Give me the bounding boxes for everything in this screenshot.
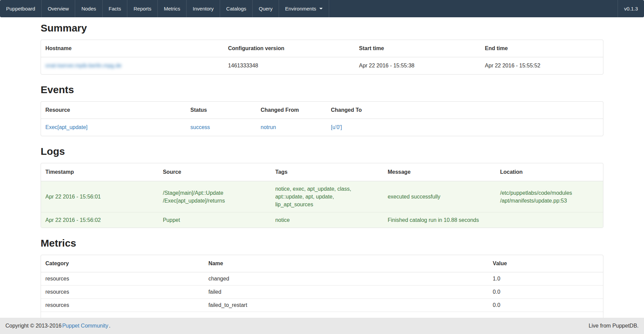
version-badge: v0.1.3 [618, 0, 644, 17]
config-version-value: 1461333348 [224, 57, 355, 75]
metrics-col-category: Category [41, 255, 204, 272]
event-changed-from-link[interactable]: notrun [261, 124, 276, 130]
event-row: Exec[apt_update] success notrun [u'0'] [41, 119, 603, 136]
metric-value: 0.0 [488, 299, 603, 312]
log-source-line: /Exec[apt_update]/returns [163, 197, 266, 205]
logs-col-tags: Tags [271, 163, 383, 181]
metric-category: resources [41, 286, 204, 299]
log-message: Finished catalog run in 10.88 seconds [383, 212, 496, 228]
nav-dropdown-environments[interactable]: Environments [279, 0, 329, 17]
summary-header-row: Hostname Configuration version Start tim… [41, 40, 603, 57]
events-table: Resource Status Changed From Changed To … [41, 101, 603, 136]
metric-row: resources failed_to_restart 0.0 [41, 299, 603, 312]
summary-col-start-time: Start time [355, 40, 480, 57]
log-timestamp: Apr 22 2016 - 15:56:01 [41, 181, 158, 212]
log-message: executed successfully [383, 181, 496, 212]
metric-name: failed_to_restart [204, 299, 488, 312]
events-header-row: Resource Status Changed From Changed To [41, 102, 603, 119]
footer-live-from-puppetdb: Live from PuppetDB. [588, 323, 639, 329]
summary-col-config-version: Configuration version [224, 40, 355, 57]
metrics-col-name: Name [204, 255, 488, 272]
caret-down-icon [319, 8, 323, 9]
navbar-left: Puppetboard Overview Nodes Facts Reports… [0, 0, 329, 17]
nav-item-overview[interactable]: Overview [41, 0, 75, 17]
end-time-value: Apr 22 2016 - 15:55:52 [480, 57, 603, 75]
metric-name: failed [204, 286, 488, 299]
hostname-link[interactable]: xnat-tserver.mpib-berlin.mpg.de [45, 63, 122, 68]
page-footer: Copyright © 2013-2016Puppet Community. L… [0, 318, 644, 334]
log-location-line: /etc/puppetlabs/code/modules [500, 189, 599, 197]
log-timestamp: Apr 22 2016 - 15:56:02 [41, 212, 158, 228]
summary-heading: Summary [41, 22, 603, 34]
metrics-table: Category Name Value resources changed 1.… [41, 255, 603, 326]
event-resource-link[interactable]: Exec[apt_update] [45, 124, 88, 130]
nav-item-catalogs[interactable]: Catalogs [220, 0, 252, 17]
nav-item-query[interactable]: Query [252, 0, 279, 17]
log-tags: notice, exec, apt_update, class, apt::up… [271, 181, 383, 212]
logs-col-message: Message [383, 163, 496, 181]
summary-table: Hostname Configuration version Start tim… [41, 40, 603, 75]
log-source-line: /Stage[main]/Apt::Update [163, 189, 266, 197]
logs-col-source: Source [158, 163, 271, 181]
metrics-col-value: Value [488, 255, 603, 272]
log-location-line: /apt/manifests/update.pp:53 [500, 197, 599, 205]
log-location [496, 212, 603, 228]
summary-col-hostname: Hostname [41, 40, 224, 57]
nav-item-nodes[interactable]: Nodes [75, 0, 102, 17]
copyright-text: Copyright © 2013-2016 [5, 323, 62, 329]
start-time-value: Apr 22 2016 - 15:55:38 [355, 57, 480, 75]
nav-item-facts[interactable]: Facts [102, 0, 127, 17]
events-col-changed-from: Changed From [256, 102, 327, 119]
metric-category: resources [41, 272, 204, 286]
metric-value: 1.0 [488, 272, 603, 286]
main-content: Summary Hostname Configuration version S… [41, 22, 603, 326]
metrics-header-row: Category Name Value [41, 255, 603, 272]
summary-col-end-time: End time [480, 40, 603, 57]
summary-row: xnat-tserver.mpib-berlin.mpg.de 14613333… [41, 57, 603, 75]
navbar-spacer [329, 0, 618, 17]
nav-item-metrics[interactable]: Metrics [157, 0, 186, 17]
environments-label: Environments [285, 6, 316, 12]
metric-value: 0.0 [488, 286, 603, 299]
log-row: Apr 22 2016 - 15:56:02 Puppet notice Fin… [41, 212, 603, 228]
metric-row: resources changed 1.0 [41, 272, 603, 286]
puppet-community-link[interactable]: Puppet Community [62, 323, 108, 329]
logs-table: Timestamp Source Tags Message Location A… [41, 163, 603, 228]
events-heading: Events [41, 84, 603, 96]
metric-row: resources failed 0.0 [41, 286, 603, 299]
logs-header-row: Timestamp Source Tags Message Location [41, 163, 603, 181]
log-source: /Stage[main]/Apt::Update /Exec[apt_updat… [158, 181, 271, 212]
logs-heading: Logs [41, 146, 603, 157]
events-col-status: Status [186, 102, 256, 119]
copyright-period: . [109, 323, 110, 329]
event-changed-to-link[interactable]: [u'0'] [331, 124, 342, 130]
event-status-link[interactable]: success [190, 124, 210, 130]
logs-col-location: Location [496, 163, 603, 181]
top-navbar: Puppetboard Overview Nodes Facts Reports… [0, 0, 644, 17]
nav-item-reports[interactable]: Reports [127, 0, 157, 17]
logs-col-timestamp: Timestamp [41, 163, 158, 181]
metric-category: resources [41, 299, 204, 312]
events-col-changed-to: Changed To [326, 102, 603, 119]
metric-name: changed [204, 272, 488, 286]
log-row: Apr 22 2016 - 15:56:01 /Stage[main]/Apt:… [41, 181, 603, 212]
log-tags: notice [271, 212, 383, 228]
log-location: /etc/puppetlabs/code/modules /apt/manife… [496, 181, 603, 212]
footer-copyright: Copyright © 2013-2016Puppet Community. [5, 323, 110, 329]
nav-item-inventory[interactable]: Inventory [186, 0, 220, 17]
events-col-resource: Resource [41, 102, 186, 119]
metrics-heading: Metrics [41, 237, 603, 249]
navbar-brand-puppetboard[interactable]: Puppetboard [0, 0, 41, 17]
log-source: Puppet [158, 212, 271, 228]
